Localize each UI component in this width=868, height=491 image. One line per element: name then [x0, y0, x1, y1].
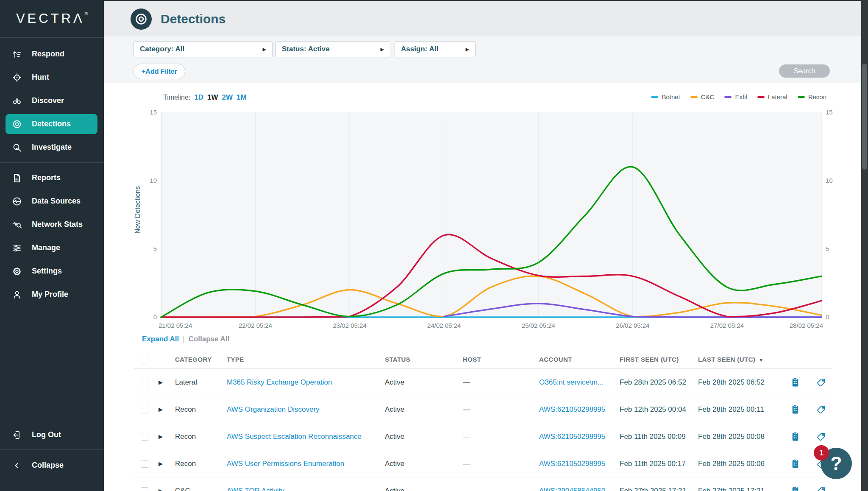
select-all-checkbox[interactable]	[141, 356, 148, 363]
cell-account-link[interactable]: AWS:621050298995	[539, 405, 620, 414]
svg-text:22/02 05:24: 22/02 05:24	[239, 322, 272, 329]
sidebar-item-manage[interactable]: Manage	[0, 236, 104, 259]
profile-icon	[12, 290, 22, 300]
cell-account-link[interactable]: AWS:621050298995	[539, 460, 620, 468]
detections-page: VECTRΛ® Respond Hunt Discover Detections	[0, 0, 868, 491]
detections-table: CATEGORY TYPE STATUS HOST ACCOUNT FIRST …	[134, 350, 832, 491]
table-header-row: CATEGORY TYPE STATUS HOST ACCOUNT FIRST …	[134, 350, 832, 369]
tag-icon[interactable]	[816, 404, 827, 415]
vectra-logo-text: VECTRΛ®	[16, 11, 88, 26]
cell-type-link[interactable]: AWS Organization Discovery	[227, 405, 385, 414]
cell-first-seen: Feb 28th 2025 06:52	[620, 378, 698, 387]
svg-text:28/02 05:24: 28/02 05:24	[790, 322, 823, 329]
detections-chart: 00551010151521/02 05:2422/02 05:2423/02 …	[127, 83, 848, 338]
scrollbar-thumb[interactable]	[862, 64, 867, 170]
data-sources-icon	[12, 196, 22, 206]
row-checkbox[interactable]	[141, 433, 148, 441]
search-button[interactable]: Search	[779, 64, 830, 78]
vectra-logo: VECTRΛ®	[0, 0, 104, 38]
cell-first-seen: Feb 27th 2025 17:21	[620, 487, 698, 491]
svg-text:25/02 05:24: 25/02 05:24	[522, 322, 555, 329]
cell-first-seen: Feb 11th 2025 00:09	[620, 432, 698, 441]
page-title: Detections	[161, 12, 225, 26]
notes-icon[interactable]	[790, 377, 801, 388]
log-out-icon	[12, 430, 22, 440]
tag-icon[interactable]	[816, 377, 827, 388]
hunt-icon	[12, 73, 22, 83]
cell-last-seen: Feb 28th 2025 00:06	[698, 460, 783, 468]
sidebar-item-respond[interactable]: Respond	[0, 42, 104, 66]
notes-icon[interactable]	[790, 458, 801, 469]
discover-icon	[12, 96, 22, 106]
sidebar-item-label: Log Out	[32, 430, 61, 439]
sidebar-item-my-profile[interactable]: My Profile	[0, 283, 104, 306]
category-filter-dropdown[interactable]: Category: All ▶	[134, 41, 273, 57]
expand-row-caret-icon[interactable]: ▶	[156, 460, 175, 467]
cell-category: Recon	[175, 405, 227, 414]
sidebar-item-investigate[interactable]: Investigate	[0, 136, 104, 159]
tag-icon[interactable]	[816, 431, 827, 442]
category-filter-value: Category: All	[140, 45, 184, 53]
expand-row-caret-icon[interactable]: ▶	[156, 488, 175, 491]
sort-caret-icon[interactable]: ▼	[759, 357, 763, 363]
cell-last-seen: Feb 28th 2025 00:08	[698, 432, 783, 441]
sidebar-divider	[0, 420, 104, 420]
expand-all-link[interactable]: Expand All	[142, 335, 179, 343]
sidebar-item-label: Settings	[32, 267, 62, 276]
add-filter-button[interactable]: +Add Filter	[134, 64, 185, 79]
column-header-host: HOST	[463, 356, 539, 363]
cell-category: Recon	[175, 432, 227, 441]
sidebar-divider	[0, 449, 104, 450]
expand-row-caret-icon[interactable]: ▶	[156, 406, 175, 413]
expand-row-caret-icon[interactable]: ▶	[156, 433, 175, 440]
notes-icon[interactable]	[790, 485, 801, 491]
sidebar-item-data-sources[interactable]: Data Sources	[0, 190, 104, 213]
row-checkbox[interactable]	[141, 460, 148, 468]
svg-text:10: 10	[826, 177, 833, 184]
sidebar-item-label: Discover	[32, 96, 64, 105]
sidebar-item-label: Detections	[32, 120, 71, 128]
svg-text:23/02 05:24: 23/02 05:24	[333, 322, 367, 329]
table-row: ▶ Recon AWS Suspect Escalation Reconnais…	[134, 423, 832, 450]
column-header-last-seen[interactable]: LAST SEEN (UTC)▼	[698, 356, 783, 363]
notes-icon[interactable]	[790, 431, 801, 442]
collapse-all-link[interactable]: Collapse All	[189, 335, 230, 343]
column-header-status: STATUS	[385, 356, 463, 363]
row-checkbox[interactable]	[141, 379, 148, 386]
assign-filter-dropdown[interactable]: Assign: All ▶	[395, 41, 476, 57]
cell-category: C&C	[175, 487, 227, 491]
page-header: Detections	[104, 1, 868, 36]
notes-icon[interactable]	[790, 404, 801, 415]
sidebar-item-discover[interactable]: Discover	[0, 89, 104, 112]
row-checkbox[interactable]	[141, 487, 148, 491]
row-checkbox[interactable]	[141, 406, 148, 413]
settings-icon	[12, 266, 22, 276]
sidebar-item-detections[interactable]: Detections	[0, 112, 104, 136]
sidebar-item-label: Network Stats	[32, 220, 83, 229]
scrollbar-track	[861, 0, 868, 491]
cell-type-link[interactable]: M365 Risky Exchange Operation	[227, 378, 385, 387]
tag-icon[interactable]	[816, 485, 827, 491]
cell-first-seen: Feb 11th 2025 00:17	[620, 460, 698, 468]
cell-account-link[interactable]: AWS:290458544950	[539, 487, 620, 491]
sidebar-item-settings[interactable]: Settings	[0, 259, 104, 283]
sidebar-item-log-out[interactable]: Log Out	[0, 423, 104, 446]
sidebar-item-hunt[interactable]: Hunt	[0, 66, 104, 89]
cell-account-link[interactable]: O365:nt service\m...	[539, 378, 620, 387]
sidebar-item-reports[interactable]: Reports	[0, 166, 104, 190]
detections-icon	[12, 119, 22, 129]
row-actions	[783, 431, 832, 442]
cell-category: Recon	[175, 460, 227, 468]
cell-type-link[interactable]: AWS Suspect Escalation Reconnaissance	[227, 432, 385, 441]
status-filter-dropdown[interactable]: Status: Active ▶	[275, 41, 390, 57]
cell-type-link[interactable]: AWS User Permissions Enumeration	[227, 460, 385, 468]
filter-band: Category: All ▶ Status: Active ▶ Assign:…	[104, 36, 868, 83]
cell-type-link[interactable]: AWS TOR Activity	[227, 487, 385, 491]
expand-row-caret-icon[interactable]: ▶	[156, 379, 175, 385]
sidebar-item-label: My Profile	[32, 290, 68, 299]
cell-status: Active	[385, 378, 463, 387]
sidebar-collapse[interactable]: Collapse	[0, 454, 104, 477]
cell-account-link[interactable]: AWS:621050298995	[539, 432, 620, 441]
expand-collapse-row: Expand All | Collapse All	[142, 335, 229, 343]
sidebar-item-network-stats[interactable]: Network Stats	[0, 213, 104, 236]
